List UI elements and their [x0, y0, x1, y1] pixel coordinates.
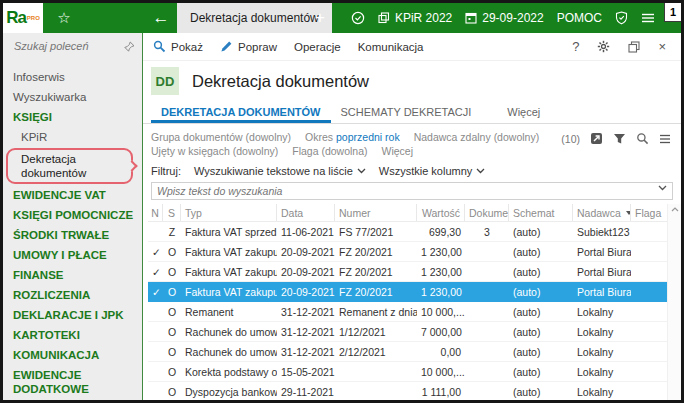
table-row[interactable]: ODyspozycja bankowa29-11-20211 111,00(au…	[148, 382, 667, 402]
filter-line-2: Ujęty w księgach (dowolny) Flaga (dowoln…	[151, 144, 673, 158]
help-menu[interactable]: POMOC	[557, 11, 602, 25]
cell-s: O	[163, 266, 181, 278]
cell-nadawca: Lokalny	[573, 306, 631, 318]
sidebar-item-umowy-i-płace[interactable]: UMOWY I PŁACE	[3, 245, 142, 265]
sidebar-item-księgi[interactable]: KSIĘGI	[3, 107, 142, 127]
gear-icon[interactable]	[597, 40, 610, 53]
tab-more[interactable]: Więcej	[497, 102, 550, 123]
operations-menu[interactable]: Operacje	[294, 41, 341, 53]
show-button[interactable]: Pokaż	[153, 40, 203, 53]
pin-icon[interactable]	[124, 41, 135, 52]
scroll-up-icon[interactable]	[671, 207, 679, 212]
cell-typ: Korekta podstawy o...	[181, 366, 277, 378]
filter-ujety-w-ksiegach[interactable]: Ujęty w księgach (dowolny)	[151, 144, 278, 158]
chevron-down-icon	[476, 168, 485, 174]
cell-data: 20-09-2021	[277, 286, 335, 298]
new-tab-button[interactable]: +	[306, 3, 334, 33]
list-tools: (10)	[561, 132, 671, 145]
sidebar-item-komunikacja[interactable]: KOMUNIKACJA	[3, 345, 142, 365]
list-menu-icon[interactable]	[659, 134, 671, 144]
filter-mode-dropdown[interactable]: Wyszukiwanie tekstowe na liście	[194, 165, 366, 177]
column-header-s[interactable]: S	[163, 204, 181, 221]
table-row[interactable]: ORachunek do umow...31-12-20211/12/20217…	[148, 322, 667, 342]
period-selector[interactable]: KPiR 2022	[378, 11, 452, 25]
filter-funnel-icon[interactable]	[613, 133, 626, 145]
sidebar-item-label: KARTOTEKI	[13, 329, 80, 341]
table-row[interactable]: ✓OFaktura VAT zakupu20-09-2021FZ 20/2021…	[148, 282, 667, 302]
filter-columns-dropdown[interactable]: Wszystkie kolumny	[379, 165, 486, 177]
close-icon[interactable]: ×	[658, 39, 666, 54]
filter-grupa-dokumentow[interactable]: Grupa dokumentów (dowolny)	[151, 130, 291, 144]
filter-more[interactable]: Więcej	[382, 144, 414, 158]
column-header-typ[interactable]: Typ	[181, 204, 277, 221]
sidebar-item-finanse[interactable]: FINANSE	[3, 265, 142, 285]
sidebar-item-label: ROZLICZENIA	[13, 289, 90, 301]
column-header-flaga[interactable]: Flaga	[631, 204, 667, 221]
column-header-schemat[interactable]: Schemat	[509, 204, 573, 221]
sidebar-search-input[interactable]	[12, 39, 124, 53]
sidebar-item-kartoteki[interactable]: KARTOTEKI	[3, 325, 142, 345]
cell-wartosc: 10 000,...	[417, 366, 465, 378]
view-tabs: DEKRETACJA DOKUMENTÓW SCHEMATY DEKRETACJ…	[143, 99, 681, 124]
sidebar-item-ewidencje-dodatkowe[interactable]: EWIDENCJE DODATKOWE	[3, 365, 142, 399]
column-header-label: Data	[281, 207, 303, 219]
search-expand-chevron-icon[interactable]	[658, 185, 667, 191]
filter-flaga[interactable]: Flaga (dowolna)	[292, 144, 367, 158]
page-title: Dekretacja dokumentów	[192, 72, 369, 91]
export-image-icon[interactable]	[590, 132, 603, 145]
column-header-nadawca[interactable]: Nadawca	[573, 204, 631, 221]
list-search-input[interactable]	[151, 182, 673, 200]
back-arrow-icon[interactable]: ←	[148, 3, 174, 33]
table-row[interactable]: ✓OFaktura VAT zakupu20-09-2021FZ 20/2021…	[148, 242, 667, 262]
restore-window-icon[interactable]	[628, 41, 640, 53]
app-logo[interactable]: RaPRO	[3, 3, 43, 33]
period-label: KPiR 2022	[395, 11, 452, 25]
hamburger-menu-icon[interactable]	[641, 12, 655, 24]
sidebar-item-kpir[interactable]: KPiR	[3, 127, 142, 147]
communication-menu[interactable]: Komunikacja	[358, 41, 424, 53]
filter-okres[interactable]: Okres poprzedni rok	[305, 130, 400, 144]
sidebar-item-środki-trwałe[interactable]: ŚRODKI TRWAŁE	[3, 225, 142, 245]
column-header-n[interactable]: N	[148, 204, 163, 221]
column-header-wartosc[interactable]: Wartość	[417, 204, 465, 221]
notification-badge[interactable]: 1	[664, 3, 681, 22]
table-row[interactable]: ORachunek do umow...31-12-20212/12/20210…	[148, 342, 667, 362]
document-tab-label: Dekretacja dokumentów	[190, 11, 319, 25]
sidebar-item-label: EWIDENCJE DODATKOWE	[13, 369, 89, 395]
filter-nadawca-zdalny[interactable]: Nadawca zdalny (dowolny)	[414, 130, 540, 144]
sidebar-item-księgi-pomocnicze[interactable]: KSIĘGI POMOCNICZE	[3, 205, 142, 225]
table-row[interactable]: ZFaktura VAT sprzed...11-06-2021FS 77/20…	[148, 222, 667, 242]
tab-dekretacja-dokumentow[interactable]: DEKRETACJA DOKUMENTÓW	[151, 102, 331, 123]
shield-icon[interactable]	[615, 11, 628, 25]
sidebar-item-ewidencje-vat[interactable]: EWIDENCJE VAT	[3, 185, 142, 205]
column-header-label: S	[168, 207, 175, 219]
search-icon[interactable]	[636, 132, 649, 145]
column-header-label: Nadawca	[577, 207, 621, 219]
sidebar-item-deklaracje-i-jpk[interactable]: DEKLARACJE I JPK	[3, 305, 142, 325]
sidebar-search[interactable]	[3, 33, 142, 59]
vertical-scrollbar[interactable]	[667, 204, 681, 400]
top-status-cluster: KPiR 2022 29-09-2022 POMOC	[351, 3, 655, 33]
table-row[interactable]: ORemanent31-12-2021Remanent z dnia 31...…	[148, 302, 667, 322]
column-header-data[interactable]: Data	[277, 204, 335, 221]
table-body: ZFaktura VAT sprzed...11-06-2021FS 77/20…	[148, 222, 667, 402]
cell-schemat: (auto)	[509, 226, 573, 238]
edit-button[interactable]: Popraw	[220, 40, 277, 53]
favorites-star-icon[interactable]: ☆	[53, 3, 75, 33]
table-row[interactable]: OKorekta podstawy o...15-05-202110 000,.…	[148, 362, 667, 382]
help-icon[interactable]: ?	[572, 39, 579, 54]
cell-nadawca: Portal Biura	[573, 246, 631, 258]
column-header-numer[interactable]: Numer	[335, 204, 417, 221]
date-selector[interactable]: 29-09-2022	[465, 11, 543, 25]
tab-schematy-dekretacji[interactable]: SCHEMATY DEKRETACJI	[331, 102, 482, 123]
sidebar-item-rozliczenia[interactable]: ROZLICZENIA	[3, 285, 142, 305]
table-row[interactable]: ✓OFaktura VAT zakupu20-09-2021FZ 20/2021…	[148, 262, 667, 282]
sidebar-item-infoserwis[interactable]: Infoserwis	[3, 67, 142, 87]
window-controls: ? ×	[572, 39, 671, 54]
sidebar-item-dekretacja-dokumentów[interactable]: Dekretacja dokumentów	[3, 147, 142, 185]
column-header-dokume[interactable]: Dokume...	[465, 204, 509, 221]
sidebar-item-wyszukiwarka[interactable]: Wyszukiwarka	[3, 87, 142, 107]
sync-check-icon[interactable]	[351, 11, 365, 25]
page-header: DD Dekretacja dokumentów	[143, 61, 681, 99]
cell-schemat: (auto)	[509, 306, 573, 318]
